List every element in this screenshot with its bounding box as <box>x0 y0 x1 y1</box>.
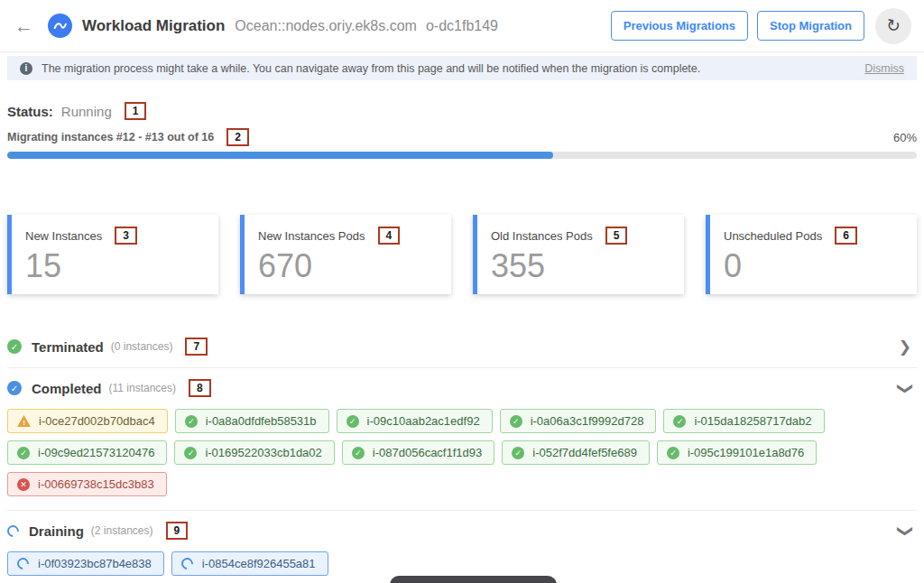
spinner-icon <box>5 523 21 539</box>
section-count: (2 instances) <box>91 524 153 537</box>
progress-bar <box>7 152 917 159</box>
previous-migrations-button[interactable]: Previous Migrations <box>611 11 748 41</box>
instance-chip[interactable]: !i-0ce27d002b70dbac4 <box>7 409 168 433</box>
instance-chip[interactable]: i-0854ce8f926455a81 <box>171 551 328 576</box>
check-circle-icon: ✓ <box>185 415 198 428</box>
annotation-8: 8 <box>189 379 211 397</box>
card-label: Unscheduled Pods <box>724 229 822 243</box>
card-new-instances: New Instances 3 15 <box>7 215 218 294</box>
error-circle-icon: ✕ <box>17 478 30 491</box>
header: ← Workload Migration Ocean::nodes.oriy.e… <box>0 0 924 52</box>
instance-chip[interactable]: ✓i-087d056cacf1f1d93 <box>342 440 494 465</box>
card-value: 15 <box>25 248 205 284</box>
spinner-icon <box>14 555 31 571</box>
section-header[interactable]: Draining (2 instances) 9 ❯ <box>7 519 917 542</box>
warning-triangle-icon: ! <box>17 415 31 427</box>
instance-chip[interactable]: ✕i-00669738c15dc3b83 <box>7 472 167 496</box>
instance-id: i-087d056cacf1f1d93 <box>373 446 482 459</box>
annotation-7: 7 <box>185 338 208 356</box>
section-header[interactable]: ✓ Completed (11 instances) 8 ❯ <box>7 376 917 400</box>
annotation-1: 1 <box>125 102 147 120</box>
instance-id: i-0f03923bc87b4e838 <box>38 557 152 570</box>
completed-chips: !i-0ce27d002b70dbac4✓i-0a8a0dfdfeb58531b… <box>7 409 917 496</box>
section-name: Terminated <box>32 339 104 355</box>
instance-id: i-0ce27d002b70dbac4 <box>39 414 155 428</box>
card-value: 0 <box>724 248 903 284</box>
instance-id: i-0169522033cb1da02 <box>205 446 321 459</box>
annotation-6: 6 <box>835 227 857 245</box>
instance-chip[interactable]: ✓i-0a8a0dfdfeb58531b <box>175 409 329 433</box>
instance-id: i-09c10aab2ac1edf92 <box>367 414 480 428</box>
check-circle-green-icon: ✓ <box>7 339 22 354</box>
instance-id: i-09c9ed21573120476 <box>38 446 154 459</box>
info-banner: i The migration process might take a whi… <box>7 56 917 80</box>
instance-chip[interactable]: ✓i-09c9ed21573120476 <box>7 440 167 465</box>
instance-chip[interactable]: ✓i-095c199101e1a8d76 <box>657 440 817 465</box>
annotation-3: 3 <box>115 227 137 245</box>
bottom-overlay-bar <box>390 576 557 583</box>
section-completed: ✓ Completed (11 instances) 8 ❯ !i-0ce27d… <box>7 368 917 511</box>
spinner-icon <box>179 555 195 571</box>
card-label: New Instances <box>25 229 102 243</box>
cluster-name: Ocean::nodes.oriy.ek8s.com <box>235 18 417 34</box>
check-circle-icon: ✓ <box>512 447 524 459</box>
card-old-instances-pods: Old Instances Pods 5 355 <box>473 215 684 294</box>
instance-id: i-0854ce8f926455a81 <box>202 557 316 570</box>
status-value: Running <box>61 104 112 119</box>
instance-chip[interactable]: ✓i-052f7dd4fef5fe689 <box>502 440 650 465</box>
instance-id: i-0a06a3c1f9992d728 <box>531 414 644 428</box>
cluster-id: o-dc1fb149 <box>426 18 498 34</box>
summary-cards: New Instances 3 15 New Instances Pods 4 … <box>7 215 917 294</box>
chevron-down-icon[interactable]: ❯ <box>897 524 912 537</box>
check-circle-icon: ✓ <box>17 447 30 459</box>
workload-migration-page: ← Workload Migration Ocean::nodes.oriy.e… <box>0 0 924 583</box>
back-arrow-icon[interactable]: ← <box>14 16 33 35</box>
card-label: Old Instances Pods <box>491 229 593 243</box>
instance-chip[interactable]: i-0f03923bc87b4e838 <box>7 551 164 576</box>
migrating-instances-text: Migrating instances #12 - #13 out of 16 <box>7 131 214 143</box>
section-draining: Draining (2 instances) 9 ❯ i-0f03923bc87… <box>7 511 917 583</box>
card-label: New Instances Pods <box>258 229 365 243</box>
instance-chip[interactable]: ✓i-0a06a3c1f9992d728 <box>500 409 657 433</box>
chevron-right-icon[interactable]: ❯ <box>899 339 911 355</box>
ocean-wave-icon <box>48 14 72 38</box>
instance-chip[interactable]: ✓i-015da18258717dab2 <box>663 409 824 433</box>
banner-text: The migration process might take a while… <box>42 62 700 75</box>
check-circle-icon: ✓ <box>667 447 679 459</box>
chevron-down-icon[interactable]: ❯ <box>897 382 912 394</box>
instance-sections: ✓ Terminated (0 instances) 7 ❯ ✓ Complet… <box>7 327 917 583</box>
section-name: Completed <box>32 381 102 396</box>
info-icon: i <box>20 62 32 75</box>
instance-chip[interactable]: ✓i-0169522033cb1da02 <box>174 440 334 465</box>
section-count: (0 instances) <box>111 340 173 353</box>
instance-id: i-0a8a0dfdfeb58531b <box>206 414 317 428</box>
card-value: 355 <box>491 248 670 284</box>
instance-id: i-095c199101e1a8d76 <box>688 446 804 459</box>
card-new-instances-pods: New Instances Pods 4 670 <box>240 215 451 294</box>
check-circle-icon: ✓ <box>352 447 365 459</box>
progress-bar-fill <box>7 152 553 159</box>
instance-chip[interactable]: ✓i-09c10aab2ac1edf92 <box>337 409 493 433</box>
check-circle-icon: ✓ <box>346 415 359 428</box>
dismiss-link[interactable]: Dismiss <box>864 62 904 75</box>
annotation-4: 4 <box>378 227 401 245</box>
check-circle-icon: ✓ <box>510 415 522 428</box>
annotation-9: 9 <box>166 522 189 540</box>
annotation-2: 2 <box>226 128 249 146</box>
check-circle-blue-icon: ✓ <box>7 381 22 395</box>
status-label: Status: <box>7 104 53 119</box>
refresh-icon: ↻ <box>884 14 902 37</box>
card-value: 670 <box>258 248 438 284</box>
instance-id: i-00669738c15dc3b83 <box>38 477 154 491</box>
migration-progress-row: Migrating instances #12 - #13 out of 16 … <box>7 128 917 146</box>
stop-migration-button[interactable]: Stop Migration <box>757 11 864 41</box>
progress-percent: 60% <box>893 131 917 144</box>
instance-id: i-015da18258717dab2 <box>694 414 811 428</box>
draining-chips: i-0f03923bc87b4e838i-0854ce8f926455a81 <box>7 551 917 576</box>
section-name: Draining <box>29 523 84 539</box>
refresh-button[interactable]: ↻ <box>875 8 911 44</box>
check-circle-icon: ✓ <box>673 415 686 428</box>
card-unscheduled-pods: Unscheduled Pods 6 0 <box>706 215 917 294</box>
annotation-5: 5 <box>605 227 628 245</box>
section-header[interactable]: ✓ Terminated (0 instances) 7 ❯ <box>7 335 917 358</box>
